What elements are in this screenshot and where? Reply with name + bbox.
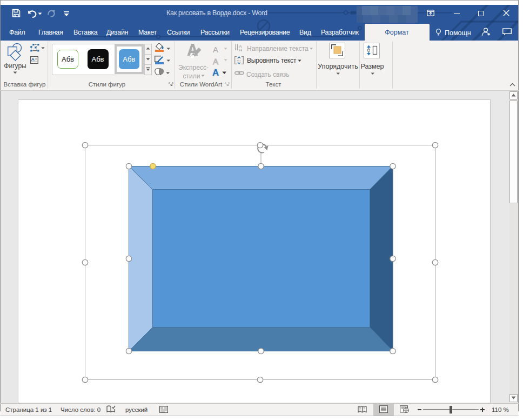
svg-text:A: A [239, 44, 242, 49]
